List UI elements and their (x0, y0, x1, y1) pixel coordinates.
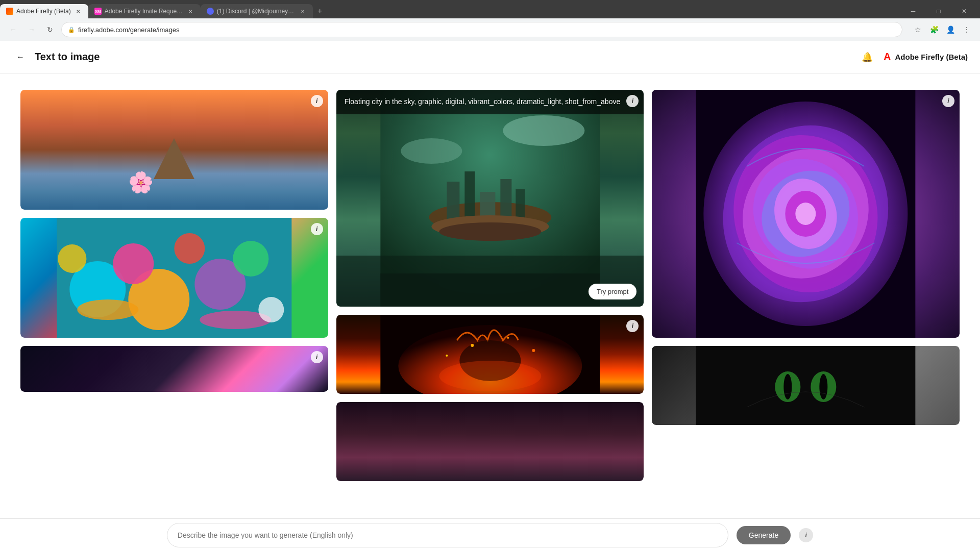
info-button-1[interactable]: i (311, 95, 323, 107)
floating-city-svg (336, 90, 644, 307)
tab-label-3: (1) Discord | @Midjourney Bot (217, 8, 296, 15)
tab-close-1[interactable]: ✕ (74, 7, 82, 15)
prompt-text: Floating city in the sky, graphic, digit… (345, 97, 621, 106)
svg-point-45 (784, 374, 792, 399)
svg-point-23 (439, 222, 541, 241)
nav-bar: ← → ↻ 🔒 firefly.adobe.com/generate/image… (0, 18, 980, 41)
dark-space-image (20, 346, 328, 392)
grid-col-1: i (20, 90, 328, 481)
svg-point-3 (113, 243, 154, 284)
browser-chrome: Adobe Firefly (Beta) ✕ XM Adobe Firefly … (0, 0, 980, 41)
tab-discord[interactable]: (1) Discord | @Midjourney Bot ✕ (201, 4, 313, 18)
image-card-bottom-middle[interactable] (336, 402, 644, 481)
image-card-mountain-flower[interactable]: i (20, 90, 328, 210)
tab-adobe-firefly[interactable]: Adobe Firefly (Beta) ✕ (0, 4, 88, 18)
image-card-fire-creature[interactable]: i (336, 315, 644, 394)
svg-point-13 (401, 138, 462, 164)
lock-icon: 🔒 (68, 27, 75, 33)
svg-point-12 (503, 115, 584, 146)
svg-point-46 (820, 374, 828, 399)
floating-city-image (336, 90, 644, 307)
generate-button[interactable]: Generate (737, 526, 791, 544)
image-card-purple-rose[interactable]: i (652, 90, 960, 338)
svg-point-20 (439, 273, 541, 294)
svg-point-28 (471, 344, 474, 347)
bottom-middle-image (336, 402, 644, 481)
profile-button[interactable]: 👤 (943, 22, 958, 37)
address-text: firefly.adobe.com/generate/images (78, 26, 179, 34)
svg-point-27 (439, 361, 541, 391)
purple-rose-image (652, 90, 960, 338)
mountain-flower-image (20, 90, 328, 210)
extensions-button[interactable]: 🧩 (927, 22, 941, 37)
try-prompt-button[interactable]: Try prompt (589, 284, 636, 299)
grid-col-2: Floating city in the sky, graphic, digit… (336, 90, 644, 481)
brand-label: Adobe Firefly (Beta) (895, 53, 968, 61)
bookmark-star-button[interactable]: ☆ (911, 22, 925, 37)
minimize-button[interactable]: ─ (901, 4, 925, 18)
generate-input[interactable] (167, 523, 728, 547)
purple-rose-svg (652, 90, 960, 338)
svg-point-7 (77, 299, 138, 320)
svg-point-5 (233, 241, 268, 277)
firefly-favicon (6, 8, 13, 15)
adobe-logo-icon: A (884, 51, 891, 63)
svg-rect-21 (380, 273, 600, 307)
bottom-bar: Generate i (0, 518, 980, 551)
info-button-purple-rose[interactable]: i (942, 95, 954, 107)
app-container: ← Text to image 🔔 A Adobe Firefly (Beta)… (0, 41, 980, 551)
colorful-shapes-image (20, 218, 328, 338)
image-card-dark-space[interactable]: i (20, 346, 328, 392)
page-title: Text to image (35, 51, 100, 63)
back-nav-button[interactable]: ← (6, 22, 20, 37)
nav-icons: ☆ 🧩 👤 ⋮ (911, 22, 974, 37)
tab-bar: Adobe Firefly (Beta) ✕ XM Adobe Firefly … (0, 0, 980, 18)
tab-xd-form[interactable]: XM Adobe Firefly Invite Request For... ✕ (88, 4, 201, 18)
svg-point-31 (446, 355, 448, 357)
app-header: ← Text to image 🔔 A Adobe Firefly (Beta) (0, 41, 980, 73)
bottom-right-svg (652, 346, 960, 425)
svg-point-41 (796, 203, 816, 225)
image-card-colorful-shapes[interactable]: i (20, 218, 328, 338)
menu-button[interactable]: ⋮ (960, 22, 974, 37)
svg-rect-16 (464, 171, 475, 222)
image-grid: i (20, 90, 960, 481)
maximize-button[interactable]: □ (927, 4, 950, 18)
tab-label-2: Adobe Firefly Invite Request For... (105, 8, 183, 15)
bottom-info-button[interactable]: i (799, 528, 813, 542)
info-button-2[interactable]: i (311, 223, 323, 235)
header-right: 🔔 A Adobe Firefly (Beta) (859, 49, 968, 65)
adobe-brand: A Adobe Firefly (Beta) (884, 51, 968, 63)
svg-rect-15 (447, 182, 459, 222)
image-card-bottom-right[interactable] (652, 346, 960, 425)
discord-favicon (207, 8, 214, 15)
svg-point-30 (532, 349, 535, 352)
tab-close-3[interactable]: ✕ (299, 7, 307, 15)
prompt-overlay: Floating city in the sky, graphic, digit… (336, 90, 644, 114)
tab-label-1: Adobe Firefly (Beta) (16, 8, 71, 15)
svg-rect-42 (696, 346, 916, 425)
app-back-button[interactable]: ← (12, 49, 29, 65)
grid-col-3: i (652, 90, 960, 481)
window-controls: ─ □ ✕ (901, 4, 980, 18)
info-button-dark-space[interactable]: i (311, 351, 323, 363)
fire-creature-image (336, 315, 644, 394)
forward-nav-button[interactable]: → (24, 22, 39, 37)
xd-favicon: XM (94, 8, 102, 15)
svg-point-29 (507, 337, 509, 339)
reload-button[interactable]: ↻ (43, 22, 57, 37)
main-content: i (0, 73, 980, 551)
new-tab-button[interactable]: + (313, 4, 327, 18)
bottom-right-image (652, 346, 960, 425)
svg-point-6 (174, 233, 205, 264)
close-window-button[interactable]: ✕ (952, 4, 976, 18)
tab-close-2[interactable]: ✕ (186, 7, 194, 15)
svg-point-9 (258, 297, 284, 322)
fire-creature-svg (336, 315, 644, 394)
notification-button[interactable]: 🔔 (859, 49, 875, 65)
svg-point-10 (58, 244, 86, 273)
colorful-shapes-svg (20, 218, 328, 338)
address-bar[interactable]: 🔒 firefly.adobe.com/generate/images (61, 22, 902, 37)
image-card-floating-city[interactable]: Floating city in the sky, graphic, digit… (336, 90, 644, 307)
